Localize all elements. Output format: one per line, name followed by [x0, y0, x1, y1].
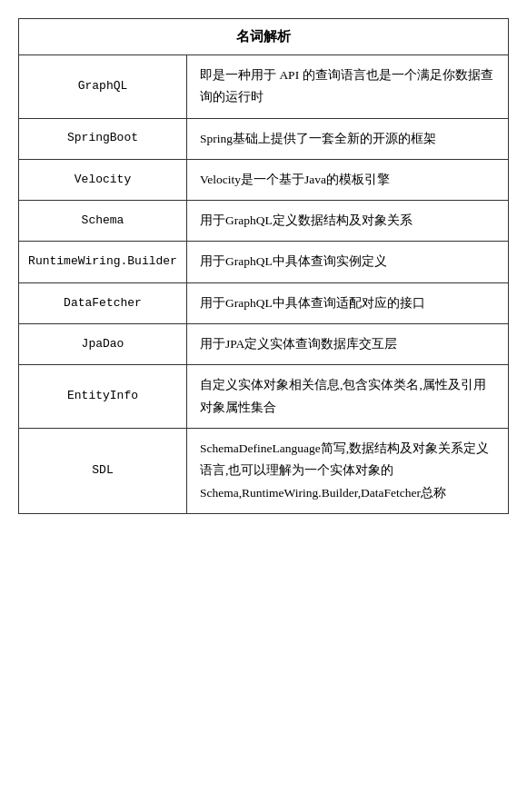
term-cell: SpringBoot	[19, 119, 187, 159]
term-cell: SDL	[19, 429, 187, 513]
description-cell: Spring基础上提供了一套全新的开源的框架	[187, 119, 508, 159]
description-cell: Velocity是一个基于Java的模板引擎	[187, 160, 508, 200]
description-cell: 用于GraphQL中具体查询实例定义	[187, 242, 508, 282]
table-row: GraphQL即是一种用于 API 的查询语言也是一个满足你数据查询的运行时	[19, 55, 508, 119]
term-cell: RuntimeWiring.Builder	[19, 242, 187, 282]
table-title: 名词解析	[19, 19, 508, 55]
table-row: DataFetcher用于GraphQL中具体查询适配对应的接口	[19, 283, 508, 324]
table-body: GraphQL即是一种用于 API 的查询语言也是一个满足你数据查询的运行时Sp…	[19, 55, 508, 513]
term-cell: Schema	[19, 201, 187, 241]
table-row: VelocityVelocity是一个基于Java的模板引擎	[19, 160, 508, 201]
description-cell: 自定义实体对象相关信息,包含实体类名,属性及引用对象属性集合	[187, 365, 508, 428]
term-cell: DataFetcher	[19, 283, 187, 323]
term-cell: EntityInfo	[19, 365, 187, 428]
table-row: JpaDao用于JPA定义实体查询数据库交互层	[19, 324, 508, 365]
glossary-table: 名词解析 GraphQL即是一种用于 API 的查询语言也是一个满足你数据查询的…	[18, 18, 509, 514]
description-cell: 用于GraphQL中具体查询适配对应的接口	[187, 283, 508, 323]
description-cell: 用于GraphQL定义数据结构及对象关系	[187, 201, 508, 241]
description-cell: 即是一种用于 API 的查询语言也是一个满足你数据查询的运行时	[187, 55, 508, 118]
term-cell: JpaDao	[19, 324, 187, 364]
description-cell: SchemaDefineLanguage简写,数据结构及对象关系定义语言,也可以…	[187, 429, 508, 513]
term-cell: GraphQL	[19, 55, 187, 118]
table-row: EntityInfo自定义实体对象相关信息,包含实体类名,属性及引用对象属性集合	[19, 365, 508, 429]
table-row: Schema用于GraphQL定义数据结构及对象关系	[19, 201, 508, 242]
term-cell: Velocity	[19, 160, 187, 200]
table-row: SpringBootSpring基础上提供了一套全新的开源的框架	[19, 119, 508, 160]
table-row: SDLSchemaDefineLanguage简写,数据结构及对象关系定义语言,…	[19, 429, 508, 513]
description-cell: 用于JPA定义实体查询数据库交互层	[187, 324, 508, 364]
table-row: RuntimeWiring.Builder用于GraphQL中具体查询实例定义	[19, 242, 508, 282]
